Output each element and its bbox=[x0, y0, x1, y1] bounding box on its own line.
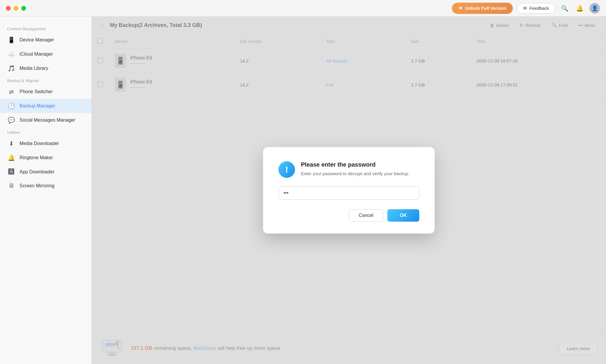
password-input[interactable] bbox=[278, 186, 419, 200]
sidebar-item-label: Social Messages Manager bbox=[20, 117, 75, 123]
sidebar-item-label: Backup Manager bbox=[20, 103, 55, 109]
sidebar-item-device-manager[interactable]: 📱 Device Manager bbox=[0, 33, 91, 47]
app-icon: 🅰 bbox=[7, 168, 15, 175]
sidebar-section-backup: Backup & Migrate bbox=[0, 78, 91, 83]
bell-icon: 🔔 bbox=[7, 154, 15, 161]
sidebar-item-phone-switcher[interactable]: ⇄ Phone Switcher bbox=[0, 85, 91, 99]
modal-exclamation-icon: ! bbox=[278, 161, 295, 178]
sidebar-section-utilities: Utilities bbox=[0, 130, 91, 135]
fullscreen-button[interactable] bbox=[21, 6, 26, 11]
sidebar-item-label: Media Downloader bbox=[20, 141, 59, 146]
title-bar: ✦ Unlock Full Version ✉ Feedback 🔍 🔔 👤 bbox=[0, 0, 606, 17]
unlock-label: Unlock Full Version bbox=[465, 6, 506, 11]
sidebar-section-content-management: Content Management bbox=[0, 27, 91, 31]
password-modal: ! Please enter the password Enter your p… bbox=[263, 147, 435, 233]
cloud-icon: ☁️ bbox=[7, 51, 15, 58]
sidebar-item-label: iCloud Manager bbox=[20, 51, 53, 57]
sidebar-item-label: Screen Mirroring bbox=[20, 183, 54, 189]
title-bar-right: ✦ Unlock Full Version ✉ Feedback 🔍 🔔 👤 bbox=[452, 3, 600, 14]
sidebar-item-icloud-manager[interactable]: ☁️ iCloud Manager bbox=[0, 47, 91, 61]
switcher-icon: ⇄ bbox=[7, 88, 15, 95]
content-area: ‹ My Backup(2 Archives, Total 3.3 GB) 🗑 … bbox=[92, 17, 606, 364]
sidebar-item-backup-manager[interactable]: 🕐 Backup Manager bbox=[0, 99, 91, 113]
music-icon: 🎵 bbox=[7, 65, 15, 72]
modal-title: Please enter the password bbox=[301, 161, 410, 168]
sidebar-item-ringtone-maker[interactable]: 🔔 Ringtone Maker bbox=[0, 151, 91, 165]
sidebar-item-social-messages[interactable]: 💬 Social Messages Manager bbox=[0, 113, 91, 127]
traffic-lights bbox=[6, 6, 26, 11]
clock-icon: 🕐 bbox=[7, 102, 15, 109]
avatar[interactable]: 👤 bbox=[589, 3, 600, 14]
feedback-label: Feedback bbox=[529, 6, 549, 11]
main-layout: Content Management 📱 Device Manager ☁️ i… bbox=[0, 17, 606, 364]
sun-icon: ✦ bbox=[458, 5, 463, 12]
sidebar: Content Management 📱 Device Manager ☁️ i… bbox=[0, 17, 92, 364]
unlock-full-version-button[interactable]: ✦ Unlock Full Version bbox=[452, 3, 513, 14]
modal-overlay: ! Please enter the password Enter your p… bbox=[92, 17, 606, 364]
ok-button[interactable]: OK bbox=[387, 209, 419, 222]
modal-text-area: Please enter the password Enter your pas… bbox=[301, 161, 410, 177]
phone-icon: 📱 bbox=[7, 36, 15, 44]
minimize-button[interactable] bbox=[14, 6, 18, 11]
sidebar-item-app-downloader[interactable]: 🅰 App Downloader bbox=[0, 165, 91, 179]
sidebar-item-label: Device Manager bbox=[20, 37, 54, 43]
mail-icon: ✉ bbox=[523, 6, 527, 11]
close-button[interactable] bbox=[6, 6, 11, 11]
sidebar-item-media-library[interactable]: 🎵 Media Library bbox=[0, 61, 91, 75]
modal-buttons: Cancel OK bbox=[278, 209, 419, 222]
chat-icon: 💬 bbox=[7, 117, 15, 124]
download-icon: ⬇ bbox=[7, 140, 15, 147]
modal-header: ! Please enter the password Enter your p… bbox=[278, 161, 419, 178]
sidebar-item-label: App Downloader bbox=[20, 169, 54, 175]
sidebar-item-label: Media Library bbox=[20, 66, 48, 71]
sidebar-item-label: Phone Switcher bbox=[20, 89, 53, 94]
modal-subtitle: Enter your password to decrypt and verif… bbox=[301, 170, 410, 177]
cancel-button[interactable]: Cancel bbox=[349, 209, 383, 222]
sidebar-item-label: Ringtone Maker bbox=[20, 155, 53, 160]
sidebar-item-screen-mirroring[interactable]: 🖥 Screen Mirroring bbox=[0, 179, 91, 193]
feedback-button[interactable]: ✉ Feedback bbox=[517, 3, 555, 14]
sidebar-item-media-downloader[interactable]: ⬇ Media Downloader bbox=[0, 136, 91, 151]
search-icon-button[interactable]: 🔍 bbox=[559, 3, 570, 14]
notification-icon-button[interactable]: 🔔 bbox=[574, 3, 585, 14]
mirror-icon: 🖥 bbox=[7, 182, 15, 189]
